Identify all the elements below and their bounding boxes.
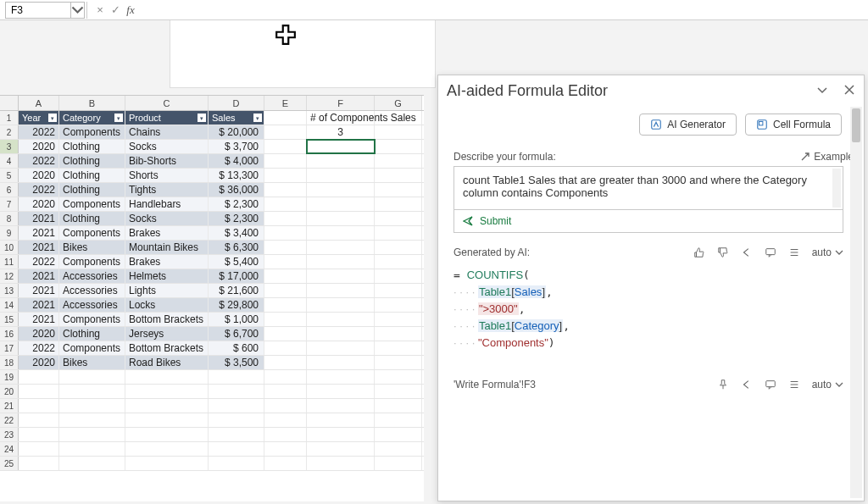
insert-function-button[interactable]: fx	[123, 2, 138, 19]
table-row[interactable]: 3 2020 Clothing Socks $ 3,700	[0, 140, 424, 154]
list-icon[interactable]	[788, 246, 800, 258]
table-row[interactable]: 10 2021 Bikes Mountain Bikes $ 6,300	[0, 241, 424, 255]
formula-input[interactable]	[138, 0, 868, 19]
comment-icon[interactable]	[765, 379, 776, 390]
generated-formula-code[interactable]: = COUNTIFS( · · · · Table1[Sales], · · ·…	[453, 263, 843, 358]
column-header[interactable]: G	[375, 96, 422, 110]
thumbs-down-icon[interactable]	[717, 246, 729, 258]
name-box-dropdown[interactable]	[71, 2, 85, 19]
svg-rect-4	[765, 381, 775, 387]
column-header[interactable]: D	[209, 96, 264, 110]
column-header[interactable]: A	[19, 96, 59, 110]
thumbs-up-icon[interactable]	[693, 246, 705, 258]
table-row[interactable]: 21	[0, 399, 424, 413]
auto-dropdown[interactable]: auto	[812, 379, 843, 390]
table-row[interactable]: 14 2021 Accessories Locks $ 29,800	[0, 298, 424, 313]
auto-dropdown[interactable]: auto	[812, 246, 843, 258]
table-row[interactable]: 24	[0, 442, 424, 457]
cell-cursor-icon	[275, 24, 297, 46]
describe-label: Describe your formula:	[453, 151, 859, 163]
formula-bar: × ✓ fx	[0, 0, 868, 20]
list-icon[interactable]	[788, 379, 800, 390]
describe-formula-input[interactable]: count Table1 Sales that are greater than…	[453, 166, 843, 210]
comment-icon[interactable]	[765, 246, 776, 258]
column-header[interactable]: B	[59, 96, 125, 110]
close-panel-button[interactable]	[843, 84, 855, 99]
table-row[interactable]: 6 2022 Clothing Tights $ 36,000	[0, 183, 424, 197]
name-box-input[interactable]	[5, 2, 71, 19]
select-all-corner[interactable]	[0, 96, 19, 110]
table-row[interactable]: 25	[0, 457, 424, 471]
table-row[interactable]: 8 2021 Clothing Socks $ 2,300	[0, 212, 424, 226]
column-header[interactable]: E	[264, 96, 307, 110]
collapse-panel-button[interactable]	[816, 84, 828, 99]
expanded-formula-area	[170, 20, 436, 88]
column-header[interactable]: C	[125, 96, 209, 110]
table-row[interactable]: 11 2022 Components Brakes $ 5,400	[0, 255, 424, 269]
spreadsheet-grid[interactable]: A B C D E F G 1 Year▾ Category▾ Product▾…	[0, 95, 424, 501]
table-row[interactable]: 5 2020 Clothing Shorts $ 13,300	[0, 169, 424, 183]
panel-title: AI-aided Formula Editor	[447, 82, 608, 100]
table-row[interactable]: 18 2020 Bikes Road Bikes $ 3,500	[0, 356, 424, 370]
table-row[interactable]: 15 2021 Components Bottom Brackets $ 1,0…	[0, 313, 424, 327]
panel-scrollbar[interactable]	[850, 107, 862, 498]
cell-reference-label: 'Write Formula'!F3	[453, 379, 536, 390]
ai-formula-editor-panel: AI-aided Formula Editor AI Generator Cel…	[437, 75, 865, 501]
table-row[interactable]: 19	[0, 370, 424, 385]
confirm-formula-button[interactable]: ✓	[108, 2, 123, 19]
table-row[interactable]: 9 2021 Components Brakes $ 3,400	[0, 226, 424, 241]
column-header[interactable]: F	[307, 96, 375, 110]
generated-label: Generated by AI:	[453, 246, 530, 258]
back-arrow-icon[interactable]	[741, 379, 753, 390]
table-row[interactable]: 23	[0, 428, 424, 442]
submit-button[interactable]: Submit	[453, 210, 843, 233]
table-row[interactable]: 12 2021 Accessories Helmets $ 17,000	[0, 269, 424, 284]
table-row[interactable]: 4 2022 Clothing Bib-Shorts $ 4,000	[0, 154, 424, 169]
table-row[interactable]: 20	[0, 385, 424, 399]
svg-rect-3	[765, 249, 775, 255]
table-row[interactable]: 16 2020 Clothing Jerseys $ 6,700	[0, 327, 424, 341]
svg-rect-2	[759, 122, 762, 125]
pin-icon[interactable]	[717, 379, 729, 390]
back-arrow-icon[interactable]	[741, 246, 753, 258]
ai-generator-button[interactable]: AI Generator	[639, 114, 737, 136]
table-row[interactable]: 17 2022 Components Bottom Brackets $ 600	[0, 341, 424, 356]
cancel-formula-button[interactable]: ×	[92, 2, 108, 19]
table-row[interactable]: 7 2020 Components Handlebars $ 2,300	[0, 197, 424, 212]
table-row[interactable]: 22	[0, 413, 424, 428]
table-row[interactable]: 2 2022 Components Chains $ 20,000 3	[0, 125, 424, 140]
table-row[interactable]: 13 2021 Accessories Lights $ 21,600	[0, 284, 424, 298]
cell-formula-button[interactable]: Cell Formula	[745, 114, 842, 136]
